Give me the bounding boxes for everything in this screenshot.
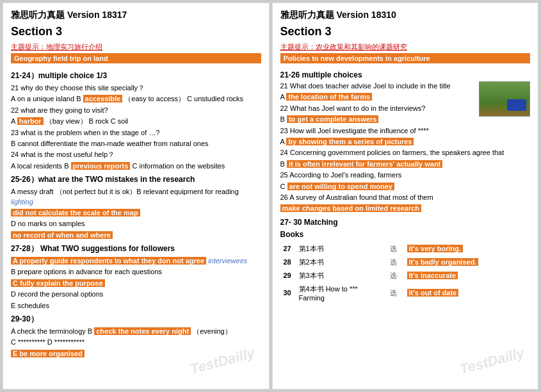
- right-q23-a-label: A: [280, 138, 285, 145]
- left-q27-c: C fully explain the purpose: [11, 279, 261, 288]
- row-arrow: 选: [388, 256, 404, 268]
- row-cn: 第2本书: [297, 256, 387, 268]
- left-q21-a-sub: （easy to access） C unstudied rocks: [124, 95, 243, 102]
- right-q24-b-label: B: [280, 160, 285, 168]
- left-q27-a-highlight: A properly guide respondents to what the…: [11, 257, 206, 265]
- right-q24-b: B it is often irrelevant for farmers' ac…: [280, 159, 531, 169]
- row-cn: 第1本书: [297, 243, 387, 255]
- right-q24-text: 24 Concerning government policies on far…: [280, 149, 505, 156]
- row-cn: 第4本书 How to *** Farming: [297, 283, 387, 303]
- left-q29-30-paren: （evening）: [193, 327, 232, 335]
- left-q29-30-c: C ********** D ***********: [11, 338, 261, 347]
- matching-table: 27 第1本书 选 it's very boring. 28 第2本书 选 It…: [280, 241, 531, 304]
- right-theme-label-text: 主题提示：农业政策和其影响的课题研究: [280, 43, 407, 51]
- left-q24-b-highlight: previous reports: [71, 162, 131, 170]
- left-title: 雅思听力真题 Version 18317: [11, 10, 261, 21]
- right-theme-bar: Policies to new developments in agricult…: [280, 53, 531, 63]
- left-q29-30-e: E be more organised: [11, 349, 261, 359]
- left-q24: 24 what is the most useful help？: [11, 150, 261, 159]
- right-q27-30-title: 27- 30 Matching: [280, 218, 531, 227]
- left-q23-text: 23 what is the problem when in the stage…: [11, 129, 159, 136]
- left-q27-e: E schedules: [11, 301, 261, 311]
- right-q25-text: 25 According to Joel's reading, farmers: [280, 171, 402, 179]
- left-q25-e: no record of when and where: [11, 231, 261, 240]
- right-version: Version 18310: [336, 10, 396, 20]
- right-q22-b-highlight: to get a complete answers: [287, 115, 379, 123]
- right-section: Section 3: [280, 25, 531, 38]
- left-q27-a-italic: interviewees: [208, 257, 247, 265]
- left-q21: 21 why do they choose this site speciall…: [11, 83, 261, 93]
- left-q24-text: 24 what is the most useful help？: [11, 151, 115, 158]
- left-theme-label-text: 主题提示：地理实习旅行介绍: [11, 43, 102, 51]
- left-q27-b: B prepare options in advance for each qu…: [11, 267, 261, 277]
- right-q23-a-highlight: by showing them a series of pictures: [286, 138, 414, 145]
- left-q24-a-text: A local residents B: [11, 162, 69, 170]
- farm-image: [479, 81, 530, 117]
- row-num: 27: [282, 243, 296, 255]
- table-row: 30 第4本书 How to *** Farming 选 It's out of…: [282, 283, 529, 303]
- right-q26-answer-highlight: make changes based on limited research: [280, 204, 422, 212]
- row-arrow: 选: [388, 283, 404, 303]
- left-q29-30-b-highlight: check the notes every night: [94, 327, 191, 335]
- table-row: 28 第2本书 选 It's badly organised.: [282, 256, 529, 268]
- left-q22-b: （bay view） B rock C soil: [45, 117, 129, 125]
- left-q27-d: D record the personal options: [11, 290, 261, 299]
- left-q22: 22 what are they going to visit?: [11, 106, 261, 115]
- left-q22-text: 22 what are they going to visit?: [11, 106, 108, 114]
- tractor-shape: [507, 99, 526, 111]
- left-q27-a: A properly guide respondents to what the…: [11, 256, 261, 266]
- table-row: 27 第1本书 选 it's very boring.: [282, 243, 529, 255]
- left-q23: 23 what is the problem when in the stage…: [11, 128, 261, 138]
- row-arrow: 选: [388, 270, 404, 282]
- table-row: 29 第3本书 选 It's inaccurate: [282, 270, 529, 282]
- left-theme-label: 主题提示：地理实习旅行介绍: [11, 42, 261, 52]
- left-version: Version 18317: [67, 10, 127, 20]
- left-q22-a-label: A: [11, 117, 15, 125]
- left-q25-d: D no marks on samples: [11, 219, 261, 229]
- right-q25-c-label: C: [280, 183, 286, 190]
- left-q21-24-title: 21-24）multiple choice 1/3: [11, 70, 261, 81]
- right-q24: 24 Concerning government policies on far…: [280, 148, 531, 158]
- left-q21-text: 21 why do they choose this site speciall…: [11, 84, 145, 92]
- left-q25-e-highlight: no record of when and where: [11, 231, 113, 239]
- right-q24-b-highlight: it is often irrelevant for farmers' actu…: [287, 160, 442, 168]
- row-answer: It's badly organised.: [405, 256, 529, 268]
- left-q23-b: B cannot differentiate the man-made weat…: [11, 139, 261, 149]
- left-title-prefix: 雅思听力真题: [11, 10, 67, 20]
- right-panel: 雅思听力真题 Version 18310 Section 3 主题提示：农业政策…: [272, 3, 539, 389]
- left-q24-c: C information on the websites: [132, 162, 225, 170]
- right-watermark: TestDailly: [458, 345, 526, 378]
- right-q26: 26 A survey of Australian found that mos…: [280, 193, 531, 202]
- row-num: 28: [282, 256, 296, 268]
- right-q25: 25 According to Joel's reading, farmers: [280, 170, 531, 180]
- right-q23-a: A by showing them a series of pictures: [280, 137, 531, 147]
- right-q21-a-label: A: [280, 93, 285, 101]
- row-arrow: 选: [388, 243, 404, 255]
- left-q25-a: A messy draft （not perfect but it is ok）…: [11, 187, 261, 207]
- right-q22-text: 22 What has Joel want to do in the inter…: [280, 104, 426, 112]
- left-q25-c-highlight: did not calculate the scale of the map: [11, 209, 140, 216]
- right-title-prefix: 雅思听力真题: [280, 10, 337, 20]
- right-q25-c-highlight: are not willing to spend money: [287, 183, 394, 190]
- right-books-label: Books: [280, 230, 531, 239]
- right-title: 雅思听力真题 Version 18310: [280, 10, 531, 21]
- left-q29-30-e-highlight: E be more organised: [11, 350, 85, 357]
- right-q23: 23 How will Joel investigate the influen…: [280, 126, 531, 136]
- right-q25-c: C are not willing to spend money: [280, 182, 531, 192]
- row-answer: It's out of date: [405, 283, 529, 303]
- left-q25-26-title: 25-26）what are the TWO mistakes in the r…: [11, 174, 261, 185]
- left-theme-bar: Geography field trip on land: [11, 53, 261, 63]
- right-q26-answer: make changes based on limited research: [280, 204, 531, 213]
- row-cn: 第3本书: [297, 270, 387, 282]
- left-q27-28-title: 27-28） What TWO suggestions for follower…: [11, 243, 261, 254]
- farm-img-bg: [480, 82, 529, 116]
- right-q23-text: 23 How will Joel investigate the influen…: [280, 127, 429, 135]
- left-q22-a: A harbor （bay view） B rock C soil: [11, 117, 261, 126]
- left-q22-a-highlight: harbor: [17, 117, 44, 125]
- row-num: 30: [282, 283, 296, 303]
- right-q21-text: 21 What does teacher advise Joel to incl…: [280, 82, 451, 90]
- left-q29-30-a-text: A check the terminology B: [11, 327, 92, 335]
- row-answer: It's inaccurate: [405, 270, 529, 282]
- left-section: Section 3: [11, 25, 261, 38]
- left-q21-a: A on a unique island B accessible （easy …: [11, 94, 261, 104]
